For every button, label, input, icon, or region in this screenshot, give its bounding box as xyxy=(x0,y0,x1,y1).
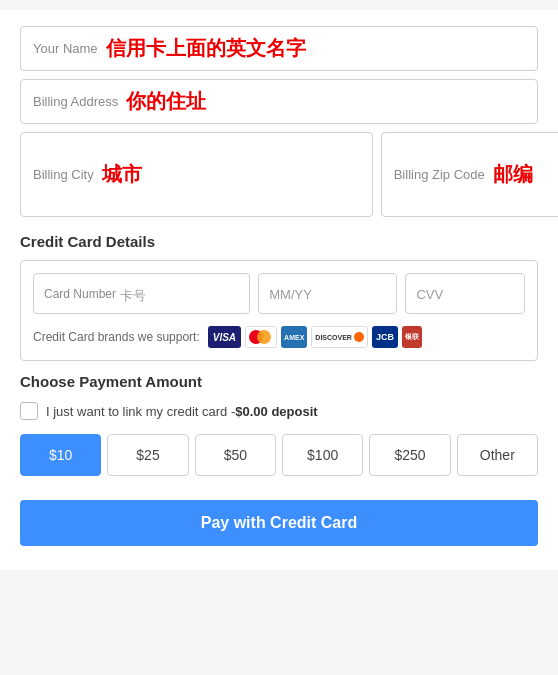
pay-button[interactable]: Pay with Credit Card xyxy=(20,500,538,546)
billing-address-input[interactable] xyxy=(126,90,525,113)
payment-section-title: Choose Payment Amount xyxy=(20,373,538,390)
cc-fields-row: Card Number xyxy=(33,273,525,314)
amount-other-button[interactable]: Other xyxy=(457,434,538,476)
amount-250-button[interactable]: $250 xyxy=(369,434,450,476)
expiry-field xyxy=(258,273,397,314)
billing-city-input[interactable] xyxy=(102,163,360,186)
link-card-checkbox-row: I just want to link my credit card -$0.0… xyxy=(20,402,538,420)
unionpay-icon: 银联 xyxy=(402,326,422,348)
billing-city-field: Billing City xyxy=(20,132,373,217)
your-name-field: Your Name xyxy=(20,26,538,71)
billing-zip-input[interactable] xyxy=(493,163,558,186)
amount-100-button[interactable]: $100 xyxy=(282,434,363,476)
amount-10-button[interactable]: $10 xyxy=(20,434,101,476)
card-brands-row: Credit Card brands we support: VISA AMEX… xyxy=(33,326,525,348)
cvv-field xyxy=(405,273,525,314)
link-card-label: I just want to link my credit card -$0.0… xyxy=(46,404,318,419)
billing-city-label: Billing City xyxy=(33,167,94,182)
billing-address-field: Billing Address xyxy=(20,79,538,124)
card-number-field: Card Number xyxy=(33,273,250,314)
card-brands-label: Credit Card brands we support: xyxy=(33,330,200,344)
amex-icon: AMEX xyxy=(281,326,307,348)
billing-address-label: Billing Address xyxy=(33,94,118,109)
link-card-checkbox[interactable] xyxy=(20,402,38,420)
billing-zip-label: Billing Zip Code xyxy=(394,167,485,182)
expiry-input[interactable] xyxy=(269,283,386,304)
your-name-label: Your Name xyxy=(33,41,98,56)
amount-buttons-row: $10 $25 $50 $100 $250 Other xyxy=(20,434,538,476)
billing-zip-field: Billing Zip Code xyxy=(381,132,558,217)
card-number-label: Card Number xyxy=(44,287,116,301)
cc-box: Card Number Credit Card brands we suppor… xyxy=(20,260,538,361)
visa-icon: VISA xyxy=(208,326,241,348)
main-container: Your Name Billing Address Billing City B… xyxy=(0,10,558,570)
amount-25-button[interactable]: $25 xyxy=(107,434,188,476)
your-name-input[interactable] xyxy=(106,37,525,60)
address-row: Billing City Billing Zip Code Billing Co… xyxy=(20,132,538,217)
cc-section-title: Credit Card Details xyxy=(20,233,538,250)
jcb-icon: JCB xyxy=(372,326,398,348)
cvv-input[interactable] xyxy=(416,283,514,304)
amount-50-button[interactable]: $50 xyxy=(195,434,276,476)
card-number-input[interactable] xyxy=(120,282,239,305)
discover-icon: DISCOVER xyxy=(311,326,368,348)
mastercard-icon xyxy=(245,326,277,348)
